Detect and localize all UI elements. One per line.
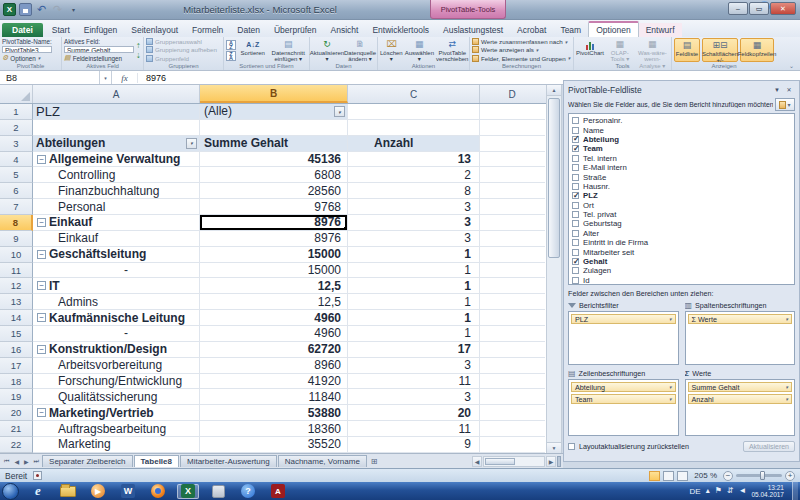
cell-b[interactable]: 62720▾ [200,342,348,358]
field-checkbox[interactable] [572,211,579,218]
taskbar-notes-icon[interactable] [207,484,229,499]
cell-d[interactable] [480,231,545,247]
area-field-chip[interactable]: Anzahl▾ [688,394,793,404]
cell-a[interactable]: Finanzbuchhaltung▾ [33,183,200,199]
normal-view-icon[interactable] [649,471,660,481]
field-checkbox[interactable] [572,220,579,227]
cell-b[interactable]: (Alle)▾ [200,104,348,120]
area-field-chip[interactable]: Team▾ [571,394,676,404]
hscroll-left-icon[interactable]: ◀ [472,456,482,467]
taskbar-acrobat-icon[interactable]: A [267,484,289,499]
row-header[interactable]: 11 [0,263,33,279]
pane-options-dropdown-icon[interactable]: ▼ [771,84,783,95]
page-layout-view-icon[interactable] [663,471,674,481]
tray-expand-icon[interactable]: ▴ [706,487,710,495]
calculation-menu-item[interactable]: Felder, Elemente und Gruppen ▾ [472,55,570,62]
cell-a[interactable]: Arbeitsvorbereitung▾ [33,358,200,374]
cell-c[interactable]: 3 [348,199,480,215]
cell-d[interactable] [480,405,545,421]
area-field-chip[interactable]: Abteilung▾ [571,382,676,392]
group-menu-item[interactable]: Gruppierung aufheben [146,46,217,53]
cell-b[interactable]: 6808▾ [200,167,348,183]
cell-b[interactable]: 8976▾ [200,215,348,231]
cell-c[interactable]: 17 [348,342,480,358]
cell-d[interactable] [480,437,545,453]
sort-za-icon[interactable]: ZA [226,51,236,61]
ribbon-tab[interactable]: Überprüfen [267,23,324,37]
cell-c[interactable]: 13 [348,152,480,168]
cell-a[interactable]: Marketing/Vertrieb▾ [33,405,200,421]
zoom-in-icon[interactable]: + [785,471,795,481]
cell-a[interactable]: Qualitätssicherung▾ [33,389,200,405]
field-checkbox[interactable] [572,258,579,265]
cell-a[interactable]: -▾ [33,263,200,279]
sheet-tab[interactable]: Mitarbeiter-Auswertung [180,455,277,467]
field-checkbox[interactable] [572,117,579,124]
next-sheet-icon[interactable]: ▶ [22,458,31,465]
cell-c[interactable]: 1 [348,247,480,263]
field-item[interactable]: Eintritt in die Firma [572,238,791,247]
cell-d[interactable] [480,263,545,279]
row-header[interactable]: 20 [0,405,33,421]
refresh-button[interactable]: ↻ Aktualisieren ▾ [312,38,342,62]
sheet-tab[interactable]: Nachname, Vorname [278,455,367,467]
dropdown-icon[interactable]: ▾ [334,106,345,117]
cell-d[interactable] [480,358,545,374]
cell-b[interactable]: 15000▾ [200,263,348,279]
cell-a[interactable]: Forschung/Entwicklung▾ [33,374,200,390]
cell-a[interactable]: IT▾ [33,278,200,294]
pivottable-options-button[interactable]: ⚙Optionen▾ [2,54,52,62]
taskbar-excel-icon[interactable]: X [177,484,199,499]
active-field-input[interactable]: Summe Gehalt [64,46,134,53]
last-sheet-icon[interactable]: ⏭ [32,458,41,465]
collapse-icon[interactable] [37,345,46,354]
clock[interactable]: 13:21 05.04.2017 [751,484,787,498]
cell-d[interactable] [480,199,545,215]
cell-b[interactable]: 28560▾ [200,183,348,199]
row-header[interactable]: 21 [0,421,33,437]
ribbon-tab[interactable]: Optionen [588,21,639,37]
first-sheet-icon[interactable]: ⏮ [2,458,11,465]
area-field-chip[interactable]: PLZ▾ [571,314,676,324]
cell-b[interactable]: 8976▾ [200,231,348,247]
ribbon-collapse-icon[interactable]: ⌄ [789,62,794,69]
field-item[interactable]: Hausnr. [572,182,791,191]
area-field-chip[interactable]: Summe Gehalt▾ [688,382,793,392]
cell-b[interactable]: 35520▾ [200,437,348,453]
cell-d[interactable] [480,389,545,405]
field-settings-button[interactable]: ▤Feldeinstellungen [64,54,134,62]
olap-tools-button[interactable]: ▦ OLAP-Tools ▾ [606,38,634,62]
cell-c[interactable]: 2 [348,167,480,183]
cell-a[interactable]: Personal▾ [33,199,200,215]
cell-a[interactable]: Geschäftsleitung▾ [33,247,200,263]
field-item[interactable]: Alter [572,229,791,238]
collapse-icon[interactable] [37,250,46,259]
zoom-slider[interactable] [736,474,782,477]
row-labels-area[interactable]: Abteilung▾Team▾ [568,379,679,436]
row-header[interactable]: 3 [0,136,33,152]
field-item[interactable]: Abteilung [572,135,791,144]
group-menu-item[interactable]: Gruppenfeld [146,55,217,62]
cell-c[interactable]: 8 [348,183,480,199]
field-item[interactable]: Ort [572,201,791,210]
collapse-icon[interactable] [37,408,46,417]
zoom-level[interactable]: 205 % [694,471,717,480]
field-checkbox[interactable] [572,183,579,190]
pivottable-name-input[interactable]: PivotTable3 [2,46,52,53]
scroll-up-icon[interactable]: ▲ [547,85,561,96]
zoom-out-icon[interactable]: − [723,471,733,481]
cell-b[interactable]: Summe Gehalt▾ [200,136,348,152]
insert-slicer-button[interactable]: ▤ Datenschnitt einfügen ▾ [270,38,307,62]
move-pivottable-button[interactable]: ⇄ PivotTable verschieben [436,38,468,62]
collapse-icon[interactable] [37,155,46,164]
cell-b[interactable]: 45136▾ [200,152,348,168]
cell-d[interactable] [480,152,545,168]
sheet-tab[interactable]: Tabelle8 [134,455,179,467]
cell-b[interactable]: 4960▾ [200,310,348,326]
ribbon-tab[interactable]: Acrobat [510,23,553,37]
report-filter-area[interactable]: PLZ▾ [568,311,679,365]
insert-function-icon[interactable]: fx [112,73,138,83]
cell-b[interactable]: 15000▾ [200,247,348,263]
cell-a[interactable]: Konstruktion/Design▾ [33,342,200,358]
row-header[interactable]: 7 [0,199,33,215]
